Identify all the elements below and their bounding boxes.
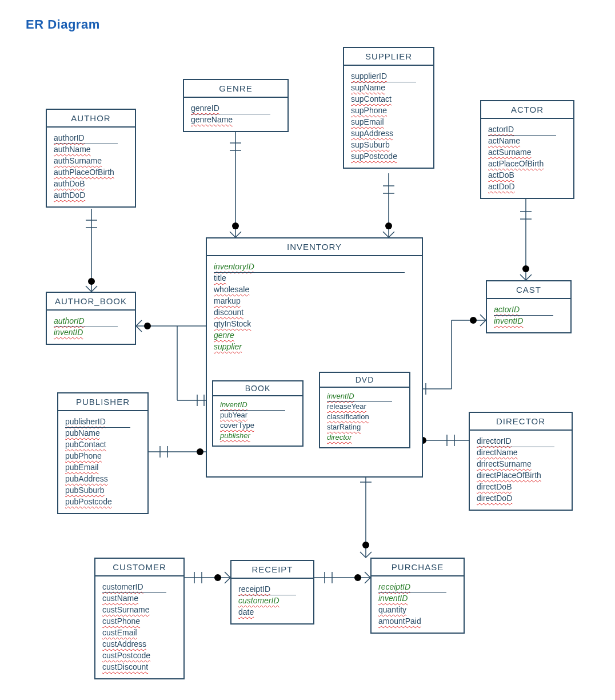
attr-actor-actDoD: actDoD xyxy=(488,181,568,192)
attr-author-authDoD: authDoD xyxy=(54,189,129,201)
entity-cast-title: CAST xyxy=(487,281,570,299)
attr-director-directName: directName xyxy=(477,447,566,458)
entity-publisher-title: PUBLISHER xyxy=(58,393,147,411)
entity-supplier: SUPPLIER supplierID supName supContact s… xyxy=(343,47,434,169)
attr-author-authDoB: authDoB xyxy=(54,178,129,189)
attr-supplier-supEmail: supEmail xyxy=(351,116,428,128)
attr-author-authPlaceOfBirth: authPlaceOfBirth xyxy=(54,166,129,178)
svg-point-27 xyxy=(470,317,477,324)
attr-publisher-pubEmail: pubEmail xyxy=(65,462,142,473)
attr-supplier-supName: supName xyxy=(351,82,428,93)
entity-author-book-title: AUTHOR_BOOK xyxy=(47,293,135,311)
attr-customer-custPostcode: custPostcode xyxy=(102,650,178,661)
attr-book-pubYear: pubYear xyxy=(220,410,297,420)
entity-author: AUTHOR authorID authName authSurname aut… xyxy=(46,109,136,208)
attr-dvd-director: director xyxy=(327,432,404,443)
attr-publisher-pubContact: pubContact xyxy=(65,439,142,450)
attr-book-inventID: inventID xyxy=(220,400,297,410)
attr-customer-custName: custName xyxy=(102,592,178,604)
entity-genre-title: GENRE xyxy=(184,80,287,98)
attr-purchase-amountPaid: amountPaid xyxy=(378,615,458,627)
attr-publisher-publisherID: publisherID xyxy=(65,416,142,427)
attr-author-authSurname: authSurname xyxy=(54,155,129,166)
attr-author-authorID: authorID xyxy=(54,132,129,144)
attr-cast-inventID: inventID xyxy=(494,315,565,327)
svg-point-3 xyxy=(88,278,95,285)
attr-supplier-supplierID: supplierID xyxy=(351,70,428,82)
attr-customer-custSurname: custSurname xyxy=(102,604,178,615)
entity-inventory-title: INVENTORY xyxy=(207,238,422,256)
attr-inventory-markup: markup xyxy=(214,295,416,307)
attr-supplier-supPhone: supPhone xyxy=(351,105,428,116)
attr-cast-actorID: actorID xyxy=(494,304,565,315)
attr-publisher-pubPostcode: pubPostcode xyxy=(65,496,142,507)
attr-author-authName: authName xyxy=(54,144,129,155)
entity-book-title: BOOK xyxy=(213,381,302,396)
entity-customer: CUSTOMER customerID custName custSurname… xyxy=(94,558,185,679)
entity-publisher: PUBLISHER publisherID pubName pubContact… xyxy=(57,392,149,514)
attr-receipt-date: date xyxy=(238,606,308,618)
attr-inventory-wholesale: wholesale xyxy=(214,284,416,295)
attr-purchase-quantity: quantity xyxy=(378,604,458,615)
attr-publisher-pubPhone: pubPhone xyxy=(65,450,142,462)
entity-dvd-title: DVD xyxy=(320,373,409,388)
attr-dvd-releaseYear: releaseYear xyxy=(327,401,404,412)
entity-genre: GENRE genreID genreName xyxy=(183,79,289,132)
attr-inventory-qtyInStock: qtyInStock xyxy=(214,318,416,329)
attr-actor-actName: actName xyxy=(488,135,568,146)
svg-point-47 xyxy=(354,574,361,581)
attr-supplier-supSuburb: supSuburb xyxy=(351,139,428,150)
entity-purchase-title: PURCHASE xyxy=(372,559,464,576)
page-title: ER Diagram xyxy=(26,17,100,32)
attr-author-book-authorID: authorID xyxy=(54,315,129,327)
attr-dvd-starRating: starRating xyxy=(327,422,404,432)
entity-customer-title: CUSTOMER xyxy=(95,559,183,576)
attr-book-publisher: publisher xyxy=(220,431,297,441)
attr-publisher-pubAddress: pubAddress xyxy=(65,473,142,484)
attr-purchase-receiptID: receiptID xyxy=(378,581,458,592)
attr-supplier-supContact: supContact xyxy=(351,93,428,105)
attr-book-coverType: coverType xyxy=(220,420,297,431)
attr-director-directPlaceOfBirth: directPlaceOfBirth xyxy=(477,470,566,481)
entity-purchase: PURCHASE receiptID inventID quantity amo… xyxy=(370,558,465,634)
attr-genre-genreID: genreID xyxy=(191,102,282,114)
entity-cast: CAST actorID inventID xyxy=(486,280,572,333)
svg-point-17 xyxy=(385,222,392,229)
entity-author-title: AUTHOR xyxy=(47,110,135,128)
svg-point-7 xyxy=(144,323,151,329)
entity-dvd: DVD inventID releaseYear classification … xyxy=(319,372,410,448)
entity-receipt: RECEIPT receiptID customerID date xyxy=(230,560,314,625)
attr-director-drirectSurname: drirectSurname xyxy=(477,458,566,470)
attr-actor-actSurname: actSurname xyxy=(488,146,568,158)
entity-actor-title: ACTOR xyxy=(481,101,573,119)
entity-book: BOOK inventID pubYear coverType publishe… xyxy=(212,380,303,447)
attr-inventory-supplier: supplier xyxy=(214,341,416,352)
attr-inventory-title: title xyxy=(214,272,416,284)
attr-inventory-genre: genre xyxy=(214,329,416,341)
attr-actor-actPlaceOfBirth: actPlaceOfBirth xyxy=(488,158,568,169)
entity-actor: ACTOR actorID actName actSurname actPlac… xyxy=(480,100,574,199)
attr-inventory-inventoryID: inventoryID xyxy=(214,261,416,272)
attr-director-directDoD: directDoD xyxy=(477,492,566,504)
svg-point-43 xyxy=(214,574,221,581)
attr-customer-custPhone: custPhone xyxy=(102,615,178,627)
entity-receipt-title: RECEIPT xyxy=(231,561,313,579)
attr-author-book-inventID: inventID xyxy=(54,327,129,338)
attr-receipt-receiptID: receiptID xyxy=(238,583,308,595)
attr-director-directDoB: directDoB xyxy=(477,481,566,492)
attr-customer-customerID: customerID xyxy=(102,581,178,592)
attr-actor-actDoB: actDoB xyxy=(488,169,568,181)
svg-point-13 xyxy=(232,222,239,229)
attr-supplier-supPostcode: supPostcode xyxy=(351,150,428,162)
attr-customer-custDiscount: custDiscount xyxy=(102,661,178,673)
attr-inventory-discount: discount xyxy=(214,307,416,318)
attr-publisher-pubSuburb: pubSuburb xyxy=(65,484,142,496)
attr-customer-custEmail: custEmail xyxy=(102,627,178,638)
attr-purchase-inventID: inventID xyxy=(378,592,458,604)
attr-dvd-classification: classification xyxy=(327,412,404,422)
entity-author-book: AUTHOR_BOOK authorID inventID xyxy=(46,292,136,345)
svg-point-31 xyxy=(197,448,203,455)
attr-actor-actorID: actorID xyxy=(488,124,568,135)
svg-point-39 xyxy=(362,542,369,548)
svg-point-21 xyxy=(522,265,529,272)
